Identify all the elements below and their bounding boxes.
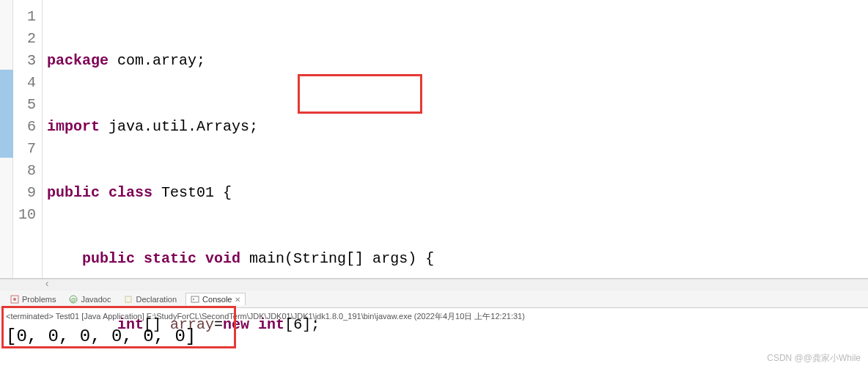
horizontal-scrollbar[interactable] [0,279,868,291]
line-number: 9 [13,182,36,204]
line-number-gutter: 1 2 3 4 5 6 7 8 9 10 [13,0,43,278]
line-number: 7 [13,138,36,160]
code-line: public class Test01 { [43,182,868,204]
line-number: 4 [13,72,36,94]
code-line: package com.array; [43,50,868,72]
line-number: 2 [13,28,36,50]
ruler-range-mark [0,70,13,158]
line-number: 6 [13,116,36,138]
code-line: public static void main(String[] args) { [43,248,868,270]
problems-icon [10,295,19,304]
code-line: int[] array=new int[6]; [43,314,868,336]
code-line: import java.util.Arrays; [43,116,868,138]
line-number: 8 [13,160,36,182]
line-number: 1 [13,6,36,28]
overview-ruler [0,0,13,278]
line-number: 5 [13,94,36,116]
code-content[interactable]: package com.array; import java.util.Arra… [43,0,868,278]
annotation-highlight-box [298,74,422,114]
line-number: 3 [13,50,36,72]
watermark: CSDN @@龚家小While [767,352,861,365]
svg-point-1 [13,298,16,301]
line-number: 10 [13,204,36,226]
code-editor[interactable]: Jav 1 2 3 4 5 6 7 8 9 10 package com.arr… [0,0,868,279]
